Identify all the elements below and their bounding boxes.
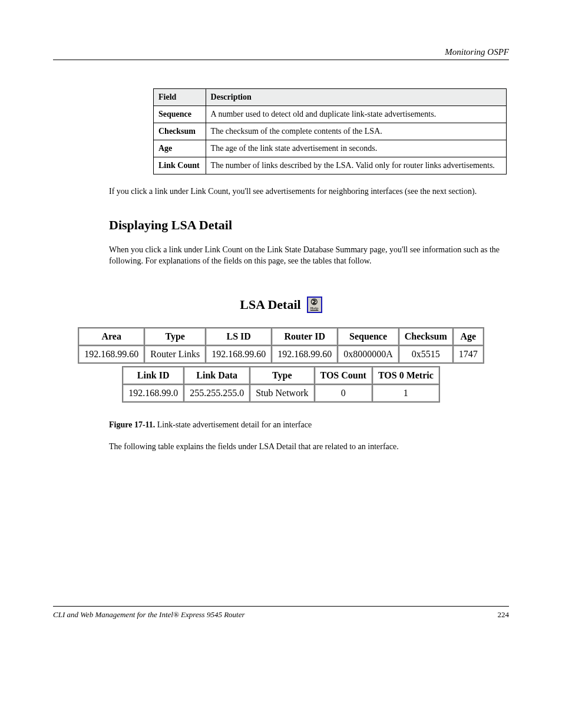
page-footer: CLI and Web Management for the Intel® Ex…	[53, 606, 509, 620]
figure-caption: Figure 17-11. Link-state advertisement d…	[109, 420, 509, 430]
lsa1-h-age: Age	[454, 328, 483, 345]
footer-page-number: 224	[498, 610, 510, 620]
lsa2-h-toscount: TOS Count	[315, 367, 372, 384]
lsa1-type: Router Links	[145, 346, 205, 363]
lsa2-toscount: 0	[315, 385, 372, 401]
col-description: Description	[206, 89, 506, 106]
lsa1-sequence: 0x8000000A	[338, 346, 398, 363]
lsa1-area: 192.168.99.60	[79, 346, 144, 363]
lsa2-tos0metric: 1	[373, 385, 439, 401]
def-field: Link Count	[154, 157, 206, 174]
help-label: Help	[310, 307, 319, 311]
lsa1-age: 1747	[454, 346, 483, 363]
lsa1-lsid: 192.168.99.60	[206, 346, 271, 363]
section-heading: Displaying LSA Detail	[109, 216, 509, 234]
help-icon[interactable]: ② Help	[307, 297, 322, 313]
lsa2-h-linkdata: Link Data	[184, 367, 249, 384]
lsa2-h-type: Type	[250, 367, 313, 384]
figure-label: Figure 17-11.	[109, 420, 155, 429]
def-desc: The age of the link state advertisement …	[206, 140, 506, 157]
lsa1-checksum: 0x5515	[399, 346, 452, 363]
lsa1-routerid: 192.168.99.60	[272, 346, 337, 363]
lsa1-h-lsid: LS ID	[206, 328, 271, 345]
footer-doc-title: CLI and Web Management for the Intel® Ex…	[53, 610, 245, 620]
def-field: Checksum	[154, 123, 206, 140]
field-description-table: Field Description Sequence A number used…	[153, 88, 507, 174]
def-desc: The checksum of the complete contents of…	[206, 123, 506, 140]
lsa-summary-table: Area Type LS ID Router ID Sequence Check…	[78, 327, 484, 364]
lsa2-linkid: 192.168.99.0	[123, 385, 183, 401]
lsa1-h-checksum: Checksum	[399, 328, 452, 345]
def-field: Sequence	[154, 106, 206, 123]
def-desc: The number of links described by the LSA…	[206, 157, 506, 174]
section-intro: When you click a link under Link Count o…	[109, 245, 509, 267]
lsa1-h-area: Area	[79, 328, 144, 345]
def-desc: A number used to detect old and duplicat…	[206, 106, 506, 123]
lsa-detail-title-row: LSA Detail ② Help	[53, 297, 509, 313]
header-breadcrumb: Monitoring OSPF	[445, 47, 509, 57]
lsa1-h-type: Type	[145, 328, 205, 345]
lsa2-h-tos0metric: TOS 0 Metric	[373, 367, 439, 384]
lsa2-linkdata: 255.255.255.0	[184, 385, 249, 401]
lsa2-type: Stub Network	[250, 385, 313, 401]
lsa-link-table: Link ID Link Data Type TOS Count TOS 0 M…	[122, 366, 440, 403]
lsa1-h-routerid: Router ID	[272, 328, 337, 345]
col-field: Field	[154, 89, 206, 106]
lsa1-h-sequence: Sequence	[338, 328, 398, 345]
paragraph-after: The following table explains the fields …	[109, 442, 509, 453]
figure-text: Link-state advertisement detail for an i…	[157, 420, 312, 429]
paragraph: If you click a link under Link Count, yo…	[109, 186, 509, 197]
question-mark-icon: ②	[310, 298, 318, 307]
lsa-detail-title: LSA Detail	[240, 297, 300, 312]
def-field: Age	[154, 140, 206, 157]
lsa2-h-linkid: Link ID	[123, 367, 183, 384]
page-header: Monitoring OSPF	[53, 47, 509, 60]
